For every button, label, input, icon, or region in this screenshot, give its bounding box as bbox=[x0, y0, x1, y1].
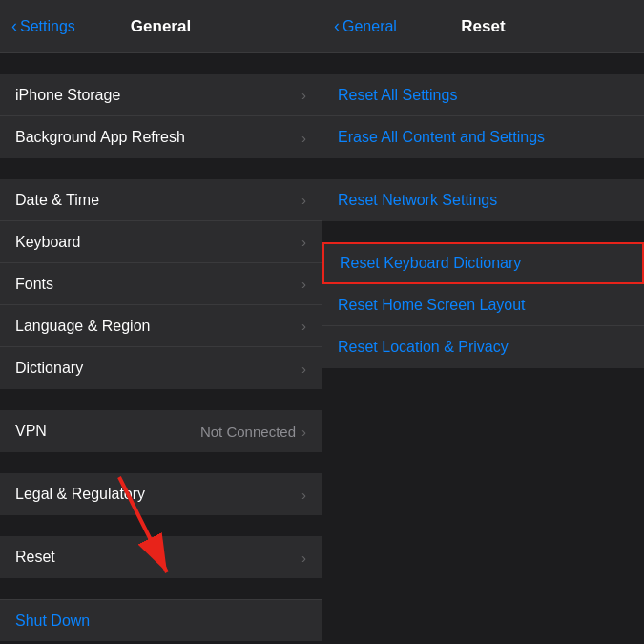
legal-regulatory-row[interactable]: Legal & Regulatory › bbox=[0, 473, 322, 515]
background-app-refresh-row[interactable]: Background App Refresh › bbox=[0, 116, 322, 158]
reset-home-screen-layout-row[interactable]: Reset Home Screen Layout bbox=[322, 284, 644, 326]
vpn-row[interactable]: VPN Not Connected › bbox=[0, 410, 322, 452]
shut-down-row[interactable]: Shut Down bbox=[0, 599, 322, 641]
reset-all-settings-row[interactable]: Reset All Settings bbox=[322, 74, 644, 116]
left-nav-title: General bbox=[131, 17, 191, 36]
reset-network-settings-label: Reset Network Settings bbox=[338, 192, 497, 209]
left-back-chevron-icon: ‹ bbox=[11, 16, 17, 36]
left-section-3: VPN Not Connected › bbox=[0, 389, 322, 452]
background-app-refresh-chevron: › bbox=[301, 130, 306, 146]
left-back-label: Settings bbox=[20, 18, 75, 35]
right-panel: ‹ General Reset Reset All Settings Erase… bbox=[322, 0, 644, 644]
left-back-button[interactable]: ‹ Settings bbox=[11, 16, 75, 36]
legal-regulatory-chevron: › bbox=[301, 487, 306, 503]
fonts-row[interactable]: Fonts › bbox=[0, 263, 322, 305]
right-back-button[interactable]: ‹ General bbox=[334, 16, 397, 36]
right-section-2: Reset Network Settings bbox=[322, 158, 644, 221]
background-app-refresh-label: Background App Refresh bbox=[15, 129, 301, 146]
left-section-2: Date & Time › Keyboard › Fonts › Languag… bbox=[0, 158, 322, 389]
legal-regulatory-label: Legal & Regulatory bbox=[15, 486, 301, 503]
reset-network-settings-row[interactable]: Reset Network Settings bbox=[322, 179, 644, 221]
vpn-value: Not Connected bbox=[200, 424, 296, 440]
reset-location-privacy-label: Reset Location & Privacy bbox=[338, 339, 509, 356]
date-time-chevron: › bbox=[301, 192, 306, 208]
left-nav-bar: ‹ Settings General bbox=[0, 0, 322, 53]
language-region-chevron: › bbox=[301, 318, 306, 334]
dictionary-label: Dictionary bbox=[15, 360, 301, 377]
reset-home-screen-layout-label: Reset Home Screen Layout bbox=[338, 297, 526, 314]
iphone-storage-row[interactable]: iPhone Storage › bbox=[0, 74, 322, 116]
left-panel: ‹ Settings General iPhone Storage › Back… bbox=[0, 0, 322, 644]
reset-all-settings-label: Reset All Settings bbox=[338, 87, 457, 104]
dictionary-row[interactable]: Dictionary › bbox=[0, 347, 322, 389]
keyboard-label: Keyboard bbox=[15, 234, 301, 251]
dictionary-chevron: › bbox=[301, 361, 306, 377]
language-region-label: Language & Region bbox=[15, 318, 301, 335]
language-region-row[interactable]: Language & Region › bbox=[0, 305, 322, 347]
left-section-5: Reset › bbox=[0, 515, 322, 578]
left-section-1: iPhone Storage › Background App Refresh … bbox=[0, 53, 322, 158]
left-section-shutdown: Shut Down bbox=[0, 578, 322, 641]
erase-all-content-row[interactable]: Erase All Content and Settings bbox=[322, 116, 644, 158]
keyboard-chevron: › bbox=[301, 234, 306, 250]
iphone-storage-chevron: › bbox=[301, 87, 306, 103]
shut-down-label: Shut Down bbox=[15, 613, 90, 630]
fonts-label: Fonts bbox=[15, 276, 301, 293]
right-back-label: General bbox=[343, 18, 397, 35]
fonts-chevron: › bbox=[301, 276, 306, 292]
vpn-chevron: › bbox=[301, 424, 306, 440]
right-section-1: Reset All Settings Erase All Content and… bbox=[322, 53, 644, 158]
date-time-row[interactable]: Date & Time › bbox=[0, 179, 322, 221]
reset-row-left[interactable]: Reset › bbox=[0, 536, 322, 578]
reset-label-left: Reset bbox=[15, 549, 301, 566]
reset-location-privacy-row[interactable]: Reset Location & Privacy bbox=[322, 326, 644, 368]
right-nav-bar: ‹ General Reset bbox=[322, 0, 644, 53]
keyboard-row[interactable]: Keyboard › bbox=[0, 221, 322, 263]
reset-keyboard-dictionary-label: Reset Keyboard Dictionary bbox=[340, 255, 521, 272]
right-nav-title: Reset bbox=[461, 17, 505, 36]
reset-keyboard-dictionary-row[interactable]: Reset Keyboard Dictionary bbox=[322, 242, 644, 284]
vpn-label: VPN bbox=[15, 423, 200, 440]
erase-all-content-label: Erase All Content and Settings bbox=[338, 129, 545, 146]
iphone-storage-label: iPhone Storage bbox=[15, 87, 301, 104]
right-back-chevron-icon: ‹ bbox=[334, 16, 340, 36]
date-time-label: Date & Time bbox=[15, 192, 301, 209]
right-section-3: Reset Keyboard Dictionary Reset Home Scr… bbox=[322, 221, 644, 368]
left-section-4: Legal & Regulatory › bbox=[0, 452, 322, 515]
reset-chevron-left: › bbox=[301, 550, 306, 566]
